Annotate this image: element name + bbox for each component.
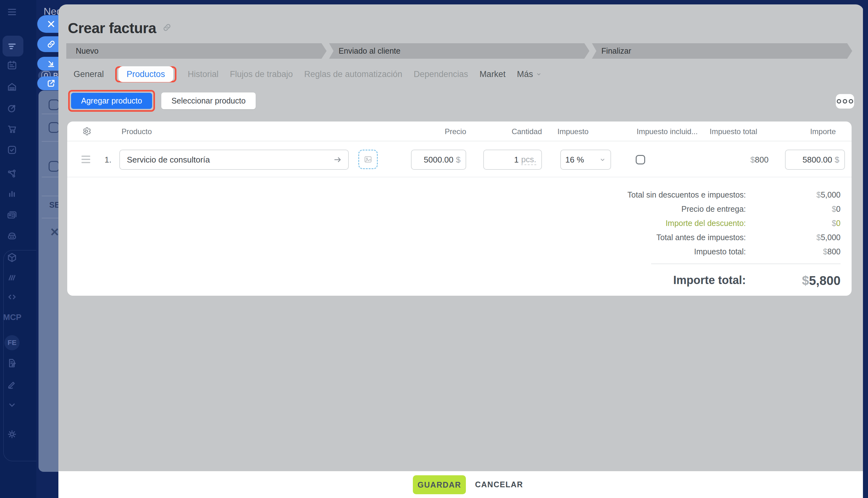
quantity-unit: pcs. <box>521 155 536 165</box>
total-value: $0 <box>832 205 841 214</box>
divider <box>42 196 60 196</box>
total-value: $5,000 <box>817 233 841 242</box>
total-row: Total sin descuentos e impuestos: $5,000 <box>556 188 841 202</box>
col-impuesto-total: Impuesto total <box>710 121 757 141</box>
discount-label[interactable]: Importe del descuento: <box>666 219 746 228</box>
open-product-arrow-icon[interactable] <box>333 155 342 165</box>
fe-badge[interactable]: FE <box>4 335 19 350</box>
close-icon <box>46 19 56 29</box>
select-product-button[interactable]: Seleccionar producto <box>161 92 256 109</box>
add-product-highlight: Agregar producto <box>68 90 155 112</box>
grand-total-value: $5,800 <box>802 274 841 288</box>
copy-link-icon[interactable] <box>162 23 172 34</box>
total-value: $800 <box>823 247 841 256</box>
screen: MCP FE Neg 0B <box>0 0 868 498</box>
grand-total-row: Importe total: $5,800 <box>556 274 841 292</box>
product-name-input[interactable]: Servicio de consultoría <box>119 149 349 170</box>
code-icon[interactable] <box>6 291 18 303</box>
tab-productos-highlight: Productos <box>115 66 176 82</box>
stats-icon[interactable] <box>6 188 18 200</box>
grand-total-label: Importe total: <box>673 274 746 287</box>
deals-funnel-icon[interactable] <box>6 40 18 53</box>
stage-enviado[interactable]: Enviado al cliente <box>329 43 590 59</box>
total-label: Total sin descuentos e impuestos: <box>628 190 746 199</box>
tab-bar: General Productos Historial Flujos de tr… <box>74 64 542 84</box>
row-checkbox[interactable] <box>49 100 60 110</box>
stage-finalizar[interactable]: Finalizar <box>592 43 852 59</box>
col-cantidad: Cantidad <box>483 121 542 141</box>
pipeline-stage-bar: Nuevo Enviado al cliente Finalizar <box>66 43 852 59</box>
warehouse-icon[interactable] <box>6 81 18 93</box>
product-image-placeholder[interactable] <box>358 149 378 169</box>
row-index: 1. <box>97 142 111 178</box>
page-behind-modal: Neg 0B SEL ✕ <box>36 0 60 498</box>
col-producto: Producto <box>121 121 152 141</box>
tab-mas-label: Más <box>517 69 533 79</box>
signature-pen-icon[interactable] <box>6 378 18 390</box>
tasks-check-icon[interactable] <box>6 144 18 156</box>
page-title: Crear factura <box>68 19 156 37</box>
tax-select[interactable]: 16 % <box>560 149 611 170</box>
network-icon[interactable] <box>6 168 18 180</box>
row-checkbox[interactable] <box>49 161 60 172</box>
divider <box>42 218 60 218</box>
create-invoice-modal: Crear factura Nuevo Enviado al cliente F… <box>58 4 864 498</box>
quantity-input[interactable]: 1 pcs. <box>483 149 542 170</box>
save-button[interactable]: GUARDAR <box>413 475 466 494</box>
tab-market[interactable]: Market <box>479 69 506 79</box>
more-options-button[interactable] <box>836 94 854 108</box>
products-table-card: Producto Precio Cantidad Impuesto Impues… <box>67 121 852 296</box>
chevron-down-icon <box>536 71 542 77</box>
row-checkbox[interactable] <box>49 122 60 133</box>
amount-value: 5800.00 <box>803 155 832 165</box>
cart-icon[interactable] <box>6 122 18 135</box>
table-settings-gear-icon[interactable] <box>81 126 92 138</box>
products-box-icon[interactable] <box>6 251 18 264</box>
col-precio: Precio <box>411 121 466 141</box>
product-toolbar: Agregar producto Seleccionar producto <box>68 90 854 112</box>
table-header: Producto Precio Cantidad Impuesto Impues… <box>67 121 852 141</box>
amount-input[interactable]: 5800.00 $ <box>785 149 845 170</box>
tab-reglas[interactable]: Reglas de automatización <box>304 69 403 79</box>
totals-divider <box>651 263 841 264</box>
price-input[interactable]: 5000.00 $ <box>411 149 466 170</box>
scribble-icon[interactable] <box>6 272 18 284</box>
doc-edit-icon[interactable] <box>6 357 18 369</box>
cancel-button[interactable]: CANCELAR <box>475 471 523 498</box>
mcp-item[interactable]: MCP <box>2 312 22 322</box>
chevron-down-icon[interactable] <box>6 398 18 411</box>
stage-nuevo[interactable]: Nuevo <box>66 43 327 59</box>
panel-close-icon[interactable]: ✕ <box>50 226 60 239</box>
backdrop-strip <box>863 0 868 498</box>
modal-header: Crear factura <box>68 19 172 37</box>
total-value: $5,000 <box>817 190 841 199</box>
menu-icon[interactable] <box>6 6 18 18</box>
total-label: Impuesto total: <box>694 247 746 256</box>
goals-target-icon[interactable] <box>6 102 18 115</box>
link-icon <box>46 39 56 49</box>
tab-flujos[interactable]: Flujos de trabajo <box>230 69 293 79</box>
calendar-tasks-icon[interactable] <box>6 59 18 71</box>
tab-mas[interactable]: Más <box>517 69 542 79</box>
total-row: Precio de entrega: $0 <box>556 202 841 216</box>
image-icon <box>363 155 373 164</box>
tab-dependencias[interactable]: Dependencias <box>413 69 468 79</box>
settings-gear-icon[interactable] <box>6 428 18 441</box>
tax-total-value: 800 <box>755 155 768 165</box>
background-list-panel: SEL ✕ <box>39 91 60 472</box>
col-importe: Importe <box>810 121 836 141</box>
product-row: 1. Servicio de consultoría 5000.00 $ 1 p… <box>67 142 852 178</box>
price-value: 5000.00 <box>424 155 453 165</box>
tax-included-checkbox[interactable] <box>636 155 645 165</box>
tab-general[interactable]: General <box>74 69 104 79</box>
sidebar-rail: MCP FE <box>0 0 36 498</box>
contacts-icon[interactable] <box>6 209 18 221</box>
drag-handle-icon[interactable] <box>81 156 90 163</box>
add-product-button[interactable]: Agregar producto <box>71 93 152 109</box>
tab-productos[interactable]: Productos <box>118 66 173 82</box>
tab-historial[interactable]: Historial <box>188 69 219 79</box>
total-row-discount: Importe del descuento: $0 <box>556 216 841 231</box>
bot-icon[interactable] <box>6 230 18 242</box>
col-impuesto-incluido: Impuesto incluid... <box>637 121 698 141</box>
dot-icon <box>843 99 847 104</box>
